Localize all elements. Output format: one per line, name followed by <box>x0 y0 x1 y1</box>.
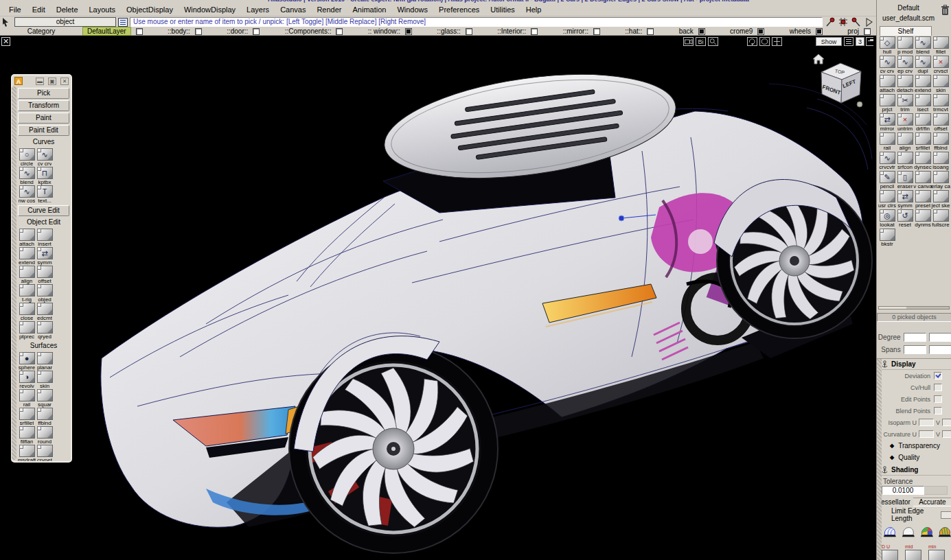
tool-ffblnd[interactable]: ffblnd <box>36 408 54 426</box>
shelf-tab[interactable]: Shelf <box>880 26 932 36</box>
tessellator-value-button[interactable]: Accurate <box>913 498 951 506</box>
menu-delete[interactable]: Delete <box>51 4 83 15</box>
spans-field-2[interactable] <box>929 345 951 354</box>
menu-layouts[interactable]: Layouts <box>84 4 121 15</box>
tool-rail[interactable]: rail <box>878 132 896 151</box>
layer-crome9[interactable]: crome9 <box>730 27 764 36</box>
palette-section-curves[interactable]: Curves <box>18 137 69 147</box>
tool-palette-window[interactable]: A ▬ ▣ ✕ PickTransformPaintPaint EditCurv… <box>11 74 72 463</box>
tool-blend[interactable]: ∿blend <box>18 167 36 185</box>
tool-trmcvt[interactable]: trmcvt <box>932 94 950 113</box>
tolerance-field[interactable]: 0.0100 <box>882 486 924 495</box>
tool-preset[interactable]: preset <box>914 190 932 209</box>
tool-ffblnd[interactable]: ffblnd <box>932 132 950 151</box>
tool-sphere[interactable]: ●sphere <box>18 352 36 371</box>
track-icon[interactable] <box>759 37 770 46</box>
palette-button-transform[interactable]: Transform <box>18 100 69 111</box>
pan-icon[interactable] <box>772 37 782 46</box>
palette-menu-icon[interactable]: A <box>14 77 23 85</box>
tool-drf-fin[interactable]: drf/fin <box>914 113 932 132</box>
tool-text[interactable]: Ttext... <box>36 185 54 204</box>
car-model-canvas[interactable] <box>0 36 873 560</box>
layer-visibility-checkbox[interactable] <box>757 28 764 35</box>
tool-symm[interactable]: ⇄symm <box>36 247 54 266</box>
tool-attach[interactable]: attach <box>18 229 36 247</box>
tool-cv-crv[interactable]: ∿cv crv <box>878 56 896 74</box>
menu-windowdisplay[interactable]: WindowDisplay <box>179 4 240 15</box>
snap-grid-icon[interactable] <box>825 17 836 27</box>
tool-extend[interactable]: extend <box>914 75 932 93</box>
palette-section-surfaces[interactable]: Surfaces <box>18 341 69 351</box>
menu-edit[interactable]: Edit <box>27 4 50 15</box>
deviation-checkbox[interactable] <box>934 372 942 380</box>
palette-button-paint-edit[interactable]: Paint Edit <box>18 125 69 136</box>
tool-attach[interactable]: attach <box>878 75 896 93</box>
layer-door[interactable]: ::door:: <box>227 27 260 36</box>
tool-revolv[interactable]: ◑revolv <box>18 371 36 389</box>
tool-dynms[interactable]: dynms <box>914 209 932 228</box>
shading-section-header[interactable]: Shading <box>882 465 951 476</box>
tool-planar[interactable]: planar <box>36 352 54 371</box>
layer-glass[interactable]: ::glass:: <box>437 27 472 36</box>
layer-body[interactable]: ::body:: <box>168 27 202 36</box>
view-cube[interactable]: TOP FRONT LEFT <box>814 60 867 110</box>
bottom-tool-mid[interactable]: mid <box>905 544 923 560</box>
tool-fullscre[interactable]: fullscre <box>932 209 950 228</box>
layer-visibility-checkbox[interactable] <box>466 28 472 35</box>
trash-icon[interactable] <box>940 4 950 16</box>
layer-visibility-checkbox[interactable] <box>136 28 143 35</box>
tool-nw-cos[interactable]: ∿nw cos <box>18 185 36 204</box>
display-section-header[interactable]: Display <box>882 359 951 370</box>
blend-points-checkbox[interactable] <box>934 407 942 415</box>
layer-window[interactable]: :: window:: <box>368 27 412 36</box>
layer-visibility-checkbox[interactable] <box>405 28 412 35</box>
tool-prjct[interactable]: prjct <box>878 94 896 113</box>
layer-visibility-checkbox[interactable] <box>864 28 871 35</box>
tool-srfillet[interactable]: srfillet <box>914 132 932 151</box>
layer-visibility-checkbox[interactable] <box>336 28 343 35</box>
cv-hull-checkbox[interactable] <box>934 384 942 391</box>
tool-dupl[interactable]: ∿dupl <box>914 56 932 74</box>
layer-visibility-checkbox[interactable] <box>647 28 654 35</box>
tool-filflan[interactable]: filflan <box>18 426 36 445</box>
layer-wheels[interactable]: wheels <box>790 27 823 36</box>
tool-hull[interactable]: ◇hull <box>878 36 896 55</box>
shade-flat-icon[interactable] <box>902 525 915 539</box>
tool-cv-crv[interactable]: ∿cv crv <box>36 148 54 167</box>
viewport-close-icon[interactable]: ✕ <box>1 37 10 46</box>
bi-shade-button[interactable]: Bi <box>696 37 706 46</box>
tool-crvnet[interactable]: crvnet <box>36 445 54 461</box>
tool-detach[interactable]: detach <box>896 75 914 93</box>
menu-objectdisplay[interactable]: ObjectDisplay <box>122 4 178 15</box>
shade-wireframe-icon[interactable] <box>883 525 897 539</box>
palette-title-bar[interactable]: A ▬ ▣ ✕ <box>12 75 71 86</box>
palette-section-object-edit[interactable]: Object Edit <box>18 218 69 227</box>
view-list-icon[interactable] <box>844 37 853 46</box>
show-menu-button[interactable]: Show <box>816 37 842 46</box>
tool-extend[interactable]: extend <box>18 247 36 266</box>
bottom-tool-min[interactable]: min <box>928 544 946 560</box>
pane-count-button[interactable]: 3 <box>856 37 864 46</box>
tool-lookat[interactable]: ◎lookat <box>878 209 896 228</box>
tool-p-mod[interactable]: p mod <box>896 36 914 55</box>
shade-striped-icon[interactable] <box>938 525 951 539</box>
layer-visibility-checkbox[interactable] <box>195 28 202 35</box>
menu-utilities[interactable]: Utilities <box>485 4 519 15</box>
menu-preferences[interactable]: Preferences <box>434 4 484 15</box>
menu-layers[interactable]: Layers <box>242 4 274 15</box>
snap-curve-icon[interactable] <box>838 17 849 27</box>
section-fold-transparency[interactable]: ◆Transparency <box>882 440 951 452</box>
snap-point-icon[interactable] <box>851 17 862 27</box>
menu-render[interactable]: Render <box>312 4 346 15</box>
layer-proj[interactable]: proj <box>847 27 871 36</box>
limit-edge-field[interactable] <box>941 511 951 519</box>
layer-back[interactable]: back <box>679 27 705 36</box>
prompt-line[interactable]: Use mouse or enter name of item to pick … <box>130 17 823 27</box>
tool-msdraft[interactable]: msdraft <box>18 445 36 461</box>
tool-pencil[interactable]: ✎pencil <box>878 171 896 189</box>
bottom-tool-d-u[interactable]: D U <box>882 544 900 560</box>
tool-close[interactable]: close <box>18 303 36 321</box>
tool-offset[interactable]: offset <box>36 266 54 284</box>
tool-erlay-ca[interactable]: erlay ca <box>932 171 950 189</box>
curvature-u-v-field[interactable] <box>942 430 951 438</box>
